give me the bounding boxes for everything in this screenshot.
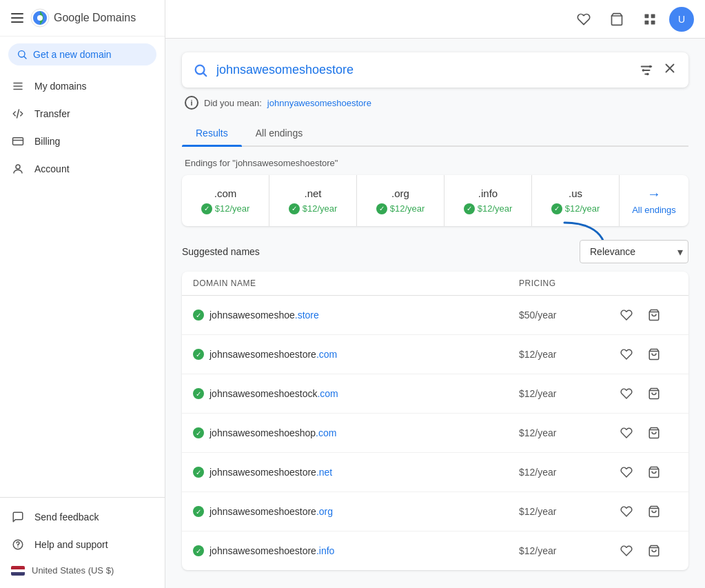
ending-price: $12/year	[303, 203, 338, 214]
search-icon	[193, 63, 208, 78]
ending-price: $12/year	[565, 203, 600, 214]
table-row[interactable]: ✓ johnsawesomeshoeshop.com $12/year	[182, 414, 688, 453]
table-row[interactable]: ✓ johnsawesomeshoestore.net $12/year	[182, 453, 688, 492]
save-domain-button[interactable]	[615, 461, 637, 483]
sidebar: Google Domains Get a new domain My domai…	[0, 0, 165, 588]
row-price: $12/year	[519, 467, 615, 478]
ending-tld: .us	[569, 187, 582, 199]
save-domain-button[interactable]	[615, 500, 637, 523]
sidebar-item-help-support[interactable]: Help and support	[0, 531, 159, 558]
row-domain-name: ✓ johnsawesomeshoestore.net	[193, 467, 519, 478]
ending-tld: .net	[304, 187, 321, 199]
svg-rect-6	[13, 89, 23, 90]
save-domain-button[interactable]	[615, 343, 637, 365]
available-check-icon: ✓	[193, 506, 204, 517]
row-price: $50/year	[519, 310, 615, 321]
sidebar-search-text: Get a new domain	[33, 49, 112, 60]
table-row[interactable]: ✓ johnsawesomeshoestore.org $12/year	[182, 492, 688, 531]
ending-item-info[interactable]: .info ✓ $12/year	[445, 175, 532, 226]
sidebar-search-bar[interactable]: Get a new domain	[8, 43, 156, 65]
tabs-row: Results All endings	[182, 121, 688, 147]
ending-price-row: ✓ $12/year	[289, 203, 338, 214]
list-icon	[11, 79, 25, 93]
ending-price-row: ✓ $12/year	[464, 203, 513, 214]
available-check-icon: ✓	[464, 203, 475, 214]
close-search-button[interactable]	[662, 61, 677, 79]
row-domain-name: ✓ johnsawesomeshoe.store	[193, 310, 519, 321]
sidebar-item-billing[interactable]: Billing	[0, 128, 159, 155]
row-price: $12/year	[519, 349, 615, 360]
sidebar-item-label: Send feedback	[34, 511, 99, 523]
row-domain-name: ✓ johnsawesomeshoestore.info	[193, 545, 519, 556]
add-to-cart-button[interactable]	[643, 383, 665, 405]
ending-item-net[interactable]: .net ✓ $12/year	[269, 175, 357, 226]
user-avatar[interactable]: U	[669, 7, 694, 32]
search-icon	[17, 49, 28, 60]
table-row[interactable]: ✓ johnsawesomeshoestore.info $12/year	[182, 531, 688, 570]
available-check-icon: ✓	[289, 203, 300, 214]
sidebar-item-my-domains[interactable]: My domains	[0, 72, 159, 100]
table-row[interactable]: ✓ johnsawesomeshoestock.com $12/year	[182, 374, 688, 414]
sidebar-item-send-feedback[interactable]: Send feedback	[0, 503, 159, 531]
available-check-icon: ✓	[193, 467, 204, 478]
save-domain-button[interactable]	[615, 540, 637, 562]
account-icon	[11, 162, 25, 176]
add-to-cart-button[interactable]	[643, 304, 665, 326]
tab-results[interactable]: Results	[182, 121, 242, 145]
save-icon-button[interactable]	[570, 6, 597, 33]
sidebar-nav: My domains Transfer Billing	[0, 72, 165, 497]
feedback-icon	[11, 510, 25, 524]
save-domain-button[interactable]	[615, 383, 637, 405]
add-to-cart-button[interactable]	[643, 461, 665, 483]
row-domain-name: ✓ johnsawesomeshoestore.org	[193, 506, 519, 517]
ending-price: $12/year	[478, 203, 513, 214]
available-check-icon: ✓	[551, 203, 562, 214]
apps-icon-button[interactable]	[636, 6, 664, 33]
row-price: $12/year	[519, 427, 615, 438]
sort-selector[interactable]: Relevance Price: Low to High Price: High…	[580, 240, 688, 263]
add-to-cart-button[interactable]	[643, 500, 665, 523]
tab-all-endings[interactable]: All endings	[242, 121, 317, 145]
svg-line-18	[203, 73, 206, 76]
row-price: $12/year	[519, 545, 615, 556]
row-actions	[615, 500, 677, 523]
ending-item-com[interactable]: .com ✓ $12/year	[182, 175, 269, 226]
ending-price: $12/year	[215, 203, 250, 214]
svg-rect-16	[651, 20, 655, 24]
suggested-label: Suggested names	[182, 246, 260, 257]
sidebar-bottom: Send feedback Help and support United St…	[0, 497, 165, 588]
ending-tld: .org	[391, 187, 409, 199]
row-actions	[615, 383, 677, 405]
locale-selector[interactable]: United States (US $)	[0, 558, 165, 582]
sidebar-item-account[interactable]: Account	[0, 155, 159, 183]
row-actions	[615, 304, 677, 326]
save-domain-button[interactable]	[615, 304, 637, 326]
table-row[interactable]: ✓ johnsawesomeshoestore.com $12/year	[182, 335, 688, 374]
domain-search-input[interactable]	[216, 63, 631, 77]
add-to-cart-button[interactable]	[643, 343, 665, 365]
arrow-right-icon: →	[647, 186, 661, 202]
ending-item-org[interactable]: .org ✓ $12/year	[357, 175, 445, 226]
filter-icon-button[interactable]	[639, 63, 654, 78]
hamburger-icon[interactable]	[11, 13, 23, 23]
sidebar-item-transfer[interactable]: Transfer	[0, 100, 159, 128]
locale-text: United States (US $)	[32, 565, 114, 576]
all-endings-button[interactable]: → All endings	[620, 175, 688, 226]
cart-icon-button[interactable]	[603, 6, 631, 33]
save-domain-button[interactable]	[615, 422, 637, 444]
did-you-mean-link[interactable]: johnnyawesomeshoestore	[267, 98, 371, 108]
us-flag-icon	[11, 566, 25, 576]
add-to-cart-button[interactable]	[643, 422, 665, 444]
ending-tld: .com	[214, 187, 237, 199]
ending-item-us[interactable]: .us ✓ $12/year	[532, 175, 620, 226]
ending-price-row: ✓ $12/year	[376, 203, 425, 214]
row-actions	[615, 461, 677, 483]
suggested-header: Suggested names Relevance Price: Low to …	[182, 240, 688, 263]
add-to-cart-button[interactable]	[643, 540, 665, 562]
ending-price-row: ✓ $12/year	[551, 203, 600, 214]
svg-point-9	[16, 165, 20, 169]
topbar: U	[165, 0, 705, 39]
table-row[interactable]: ✓ johnsawesomeshoe.store $50/year	[182, 296, 688, 335]
available-check-icon: ✓	[193, 388, 204, 399]
svg-point-21	[646, 72, 649, 75]
